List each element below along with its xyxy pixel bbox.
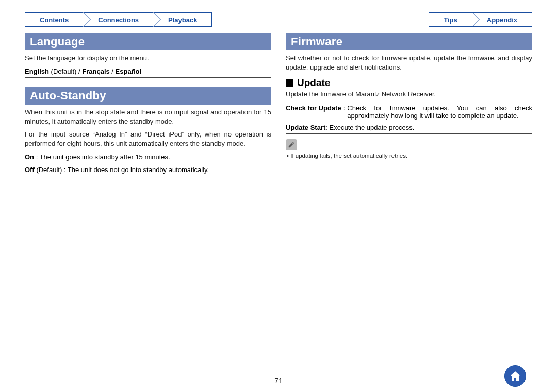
language-desc: Set the language for display on the menu…: [25, 54, 271, 63]
home-icon: [509, 370, 521, 382]
auto-standby-p1: When this unit is in the stop state and …: [25, 108, 271, 126]
opt-sep2: /: [110, 67, 116, 75]
check-desc: Check for firmware updates. You can also…: [347, 104, 532, 120]
language-options: English (Default) / Français / Español: [25, 66, 271, 78]
start-desc: : Execute the update process.: [325, 124, 532, 131]
pencil-note-icon: [286, 139, 297, 150]
auto-standby-off: Off (Default) : The unit does not go int…: [25, 164, 271, 176]
tab-appendix[interactable]: Appendix: [472, 12, 532, 27]
note-text: • If updating fails, the set automatical…: [287, 152, 532, 159]
check-label: Check for Update: [286, 104, 341, 120]
on-desc: : The unit goes into standby after 15 mi…: [34, 153, 170, 161]
update-subheader: Update: [286, 77, 532, 89]
opt-sep1: (Default) /: [49, 67, 82, 75]
on-label: On: [25, 153, 34, 161]
tab-playback[interactable]: Playback: [154, 12, 212, 27]
home-button[interactable]: [504, 365, 526, 387]
firmware-header: Firmware: [286, 33, 532, 50]
auto-standby-on: On : The unit goes into standby after 15…: [25, 151, 271, 163]
right-column: Firmware Set whether or not to check for…: [286, 33, 532, 177]
content-columns: Language Set the language for display on…: [25, 33, 532, 177]
nav-tabs-left: Contents Connections Playback: [25, 12, 212, 27]
off-label: Off: [25, 166, 35, 174]
update-start-row: Update Start : Execute the update proces…: [286, 122, 532, 134]
update-desc: Update the firmware of Marantz Network R…: [286, 90, 532, 99]
left-column: Language Set the language for display on…: [25, 33, 271, 177]
check-sep: :: [341, 104, 348, 120]
opt-francais: Français: [82, 67, 109, 75]
language-header: Language: [25, 33, 271, 50]
firmware-desc: Set whether or not to check for firmware…: [286, 54, 532, 72]
auto-standby-p2: For the input source “Analog In” and “Di…: [25, 130, 271, 148]
opt-english: English: [25, 67, 49, 75]
page-number: 71: [274, 377, 283, 385]
auto-standby-header: Auto-Standby: [25, 87, 271, 105]
nav-tabs: Contents Connections Playback Tips Appen…: [25, 12, 532, 27]
start-label: Update Start: [286, 124, 325, 131]
check-for-update-row: Check for Update:Check for firmware upda…: [286, 103, 532, 122]
tab-tips[interactable]: Tips: [429, 12, 472, 27]
off-desc: (Default) : The unit does not go into st…: [35, 166, 209, 174]
tab-connections[interactable]: Connections: [84, 12, 154, 27]
square-bullet-icon: [286, 79, 293, 87]
nav-tabs-right: Tips Appendix: [429, 12, 532, 27]
tab-contents[interactable]: Contents: [25, 12, 84, 27]
opt-espanol: Español: [116, 67, 142, 75]
update-sub-label: Update: [297, 77, 330, 89]
